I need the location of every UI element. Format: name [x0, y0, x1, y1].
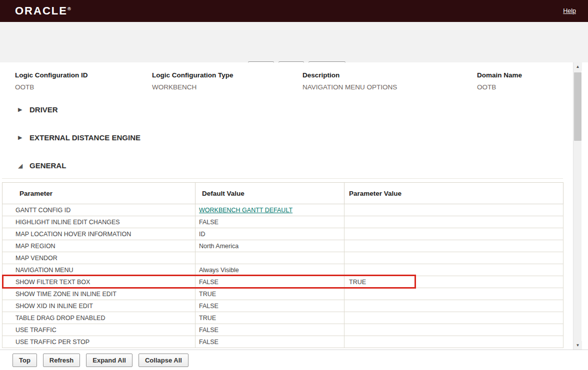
column-header-parameter: Parameter — [2, 183, 196, 204]
toolbar: Logic Configuration ☆ 1 of 1 New Edit Ac… — [0, 22, 588, 62]
parameter-cell: SHOW XID IN INLINE EDIT — [2, 300, 196, 312]
field-domain-name: Domain Name OOTB — [477, 71, 522, 91]
table-header-row: Parameter Default Value Parameter Value — [2, 183, 564, 204]
parameter-cell: HIGHLIGHT INLINE EDIT CHANGES — [2, 216, 196, 228]
oracle-logo-text: ORACLE — [15, 4, 68, 17]
parameter-cell: MAP LOCATION HOVER INFORMATION — [2, 228, 196, 240]
parameter-value-cell — [344, 228, 564, 240]
content-area: Logic Configuration ID OOTB Logic Config… — [0, 62, 573, 350]
table-row[interactable]: USE TRAFFIC PER STOP FALSE — [2, 336, 564, 348]
parameter-value-cell: TRUE — [344, 276, 564, 288]
default-value-cell — [196, 252, 344, 264]
default-value-cell: TRUE — [196, 312, 344, 324]
disclosure-expanded-icon[interactable]: ◢ — [18, 162, 24, 169]
vertical-scrollbar[interactable]: ▲ ▼ — [573, 62, 582, 350]
section-driver[interactable]: ▶ DRIVER — [18, 105, 58, 114]
section-label: EXTERNAL DISTANCE ENGINE — [30, 133, 140, 142]
disclosure-collapsed-icon[interactable]: ▶ — [18, 134, 24, 141]
parameter-value-cell — [344, 336, 564, 348]
parameter-cell: GANTT CONFIG ID — [2, 204, 196, 216]
section-general[interactable]: ◢ GENERAL — [18, 161, 66, 170]
parameter-value-cell — [344, 288, 564, 300]
section-external-distance-engine[interactable]: ▶ EXTERNAL DISTANCE ENGINE — [18, 133, 140, 142]
app-header: ORACLE® Help — [0, 0, 588, 22]
field-label: Description — [302, 71, 397, 79]
top-button[interactable]: Top — [12, 354, 37, 367]
footer-bar: Top Refresh Expand All Collapse All — [0, 350, 588, 370]
registered-mark: ® — [68, 6, 71, 11]
column-header-default-value: Default Value — [196, 183, 344, 204]
field-value: OOTB — [477, 83, 522, 91]
param-table-body: GANTT CONFIG ID WORKBENCH GANTT DEFAULT … — [2, 204, 564, 348]
field-value: OOTB — [15, 83, 88, 91]
parameter-value-cell — [344, 216, 564, 228]
scrollbar-down-arrow-icon[interactable]: ▼ — [574, 341, 582, 350]
table-row[interactable]: SHOW TIME ZONE IN INLINE EDIT TRUE — [2, 288, 564, 300]
parameter-value-cell — [344, 312, 564, 324]
field-value: WORKBENCH — [152, 83, 234, 91]
field-logic-configuration-id: Logic Configuration ID OOTB — [15, 71, 88, 91]
default-value-cell: ID — [196, 228, 344, 240]
table-row[interactable]: HIGHLIGHT INLINE EDIT CHANGES FALSE — [2, 216, 564, 228]
default-value-cell: FALSE — [196, 336, 344, 348]
column-header-parameter-value: Parameter Value — [344, 183, 564, 204]
field-label: Domain Name — [477, 71, 522, 79]
parameter-cell: USE TRAFFIC — [2, 324, 196, 336]
parameter-cell: SHOW FILTER TEXT BOX — [2, 276, 196, 288]
parameter-value-cell — [344, 240, 564, 252]
table-row[interactable]: TABLE DRAG DROP ENABLED TRUE — [2, 312, 564, 324]
parameter-value-cell — [344, 324, 564, 336]
disclosure-collapsed-icon[interactable]: ▶ — [18, 106, 24, 113]
table-row[interactable]: MAP LOCATION HOVER INFORMATION ID — [2, 228, 564, 240]
default-value-cell: FALSE — [196, 324, 344, 336]
table-row[interactable]: MAP REGION North America — [2, 240, 564, 252]
field-value: NAVIGATION MENU OPTIONS — [302, 83, 397, 91]
field-label: Logic Configuration Type — [152, 71, 234, 79]
parameter-value-cell — [344, 264, 564, 276]
parameter-value-cell — [344, 252, 564, 264]
default-value-cell: FALSE — [196, 276, 344, 288]
field-description: Description NAVIGATION MENU OPTIONS — [302, 71, 397, 91]
default-value-cell: FALSE — [196, 216, 344, 228]
collapse-all-button[interactable]: Collapse All — [138, 354, 188, 367]
table-row[interactable]: SHOW XID IN INLINE EDIT FALSE — [2, 300, 564, 312]
default-value-cell: TRUE — [196, 288, 344, 300]
parameter-cell: TABLE DRAG DROP ENABLED — [2, 312, 196, 324]
gantt-config-link[interactable]: WORKBENCH GANTT DEFAULT — [199, 207, 292, 214]
table-row[interactable]: NAVIGATION MENU Always Visible — [2, 264, 564, 276]
parameter-cell: MAP REGION — [2, 240, 196, 252]
section-divider — [2, 178, 563, 179]
parameter-table: Parameter Default Value Parameter Value … — [2, 182, 564, 348]
expand-all-button[interactable]: Expand All — [86, 354, 132, 367]
default-value-cell: FALSE — [196, 300, 344, 312]
help-link[interactable]: Help — [563, 7, 576, 14]
default-value-cell: Always Visible — [196, 264, 344, 276]
scrollbar-up-arrow-icon[interactable]: ▲ — [574, 62, 582, 71]
default-value-cell: North America — [196, 240, 344, 252]
parameter-cell: MAP VENDOR — [2, 252, 196, 264]
parameter-cell: USE TRAFFIC PER STOP — [2, 336, 196, 348]
default-value-cell: WORKBENCH GANTT DEFAULT — [196, 204, 344, 216]
table-row[interactable]: USE TRAFFIC FALSE — [2, 324, 564, 336]
parameter-value-cell — [344, 204, 564, 216]
field-logic-configuration-type: Logic Configuration Type WORKBENCH — [152, 71, 234, 91]
parameter-cell: SHOW TIME ZONE IN INLINE EDIT — [2, 288, 196, 300]
field-label: Logic Configuration ID — [15, 71, 88, 79]
table-row[interactable]: MAP VENDOR — [2, 252, 564, 264]
table-row[interactable]: GANTT CONFIG ID WORKBENCH GANTT DEFAULT — [2, 204, 564, 216]
parameter-cell: NAVIGATION MENU — [2, 264, 196, 276]
section-label: DRIVER — [30, 105, 58, 114]
parameter-value-cell — [344, 300, 564, 312]
section-label: GENERAL — [30, 161, 66, 170]
oracle-logo: ORACLE® — [15, 4, 71, 17]
scrollbar-thumb[interactable] — [574, 72, 582, 141]
table-row[interactable]: SHOW FILTER TEXT BOX FALSE TRUE — [2, 276, 564, 288]
refresh-button[interactable]: Refresh — [43, 354, 80, 367]
